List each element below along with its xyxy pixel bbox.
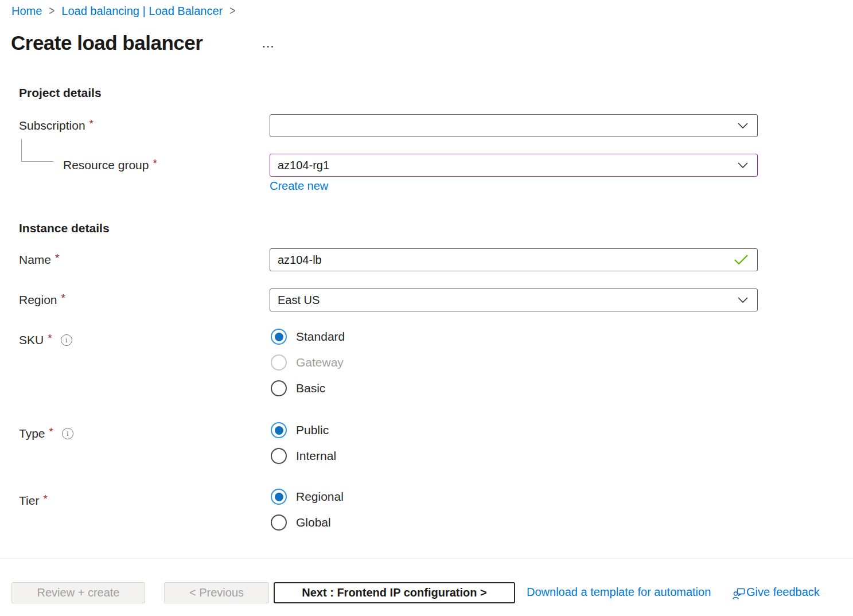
required-asterisk: *	[61, 287, 65, 310]
type-radio-group: Public Internal	[271, 422, 336, 464]
type-label: Type * i	[19, 422, 834, 441]
chevron-down-icon	[737, 122, 749, 129]
name-row: Name *	[19, 248, 834, 271]
required-asterisk: *	[153, 152, 157, 175]
section-heading-project-details: Project details	[19, 86, 102, 100]
chevron-down-icon	[737, 297, 749, 303]
valid-check-icon	[734, 254, 749, 266]
section-heading-instance-details: Instance details	[19, 221, 110, 235]
sku-row: SKU * i Standard Gateway Basic	[19, 329, 834, 348]
chevron-right-icon: >	[228, 4, 236, 18]
sku-option-gateway: Gateway	[271, 354, 345, 371]
region-row: Region * East US	[19, 288, 834, 311]
radio-unselected-icon	[271, 514, 287, 531]
region-dropdown[interactable]: East US	[270, 288, 758, 311]
required-asterisk: *	[55, 247, 59, 270]
give-feedback-icon	[733, 587, 745, 602]
resource-group-dropdown[interactable]: az104-rg1	[270, 154, 758, 177]
chevron-right-icon: >	[48, 4, 56, 18]
resource-group-value: az104-rg1	[278, 159, 329, 172]
required-asterisk: *	[43, 492, 47, 506]
breadcrumb-load-balancing[interactable]: Load balancing | Load Balancer	[61, 5, 223, 18]
sku-radio-group: Standard Gateway Basic	[271, 329, 345, 396]
tier-label: Tier *	[19, 489, 834, 508]
sku-label: SKU * i	[19, 329, 834, 348]
radio-unselected-icon	[271, 380, 287, 396]
resource-group-row: Resource group * az104-rg1	[19, 154, 834, 177]
region-value: East US	[278, 294, 320, 307]
breadcrumb-home[interactable]: Home	[11, 5, 42, 18]
previous-button[interactable]: < Previous	[164, 582, 269, 603]
download-template-link[interactable]: Download a template for automation	[527, 586, 711, 599]
chevron-down-icon	[737, 162, 749, 169]
type-option-internal[interactable]: Internal	[271, 448, 336, 464]
name-field-wrapper	[270, 248, 758, 271]
type-option-public[interactable]: Public	[271, 422, 336, 438]
name-input[interactable]	[278, 254, 732, 267]
radio-selected-icon	[271, 329, 287, 345]
review-create-button[interactable]: Review + create	[11, 582, 145, 603]
subscription-dropdown[interactable]	[270, 114, 758, 137]
info-icon[interactable]: i	[62, 428, 73, 439]
more-options-icon[interactable]: ⋯	[257, 38, 280, 55]
page-title: Create load balancer	[11, 32, 202, 54]
info-icon[interactable]: i	[61, 334, 72, 346]
radio-selected-icon	[271, 489, 287, 505]
next-frontend-ip-button[interactable]: Next : Frontend IP configuration >	[274, 582, 515, 603]
create-new-link[interactable]: Create new	[270, 180, 328, 193]
subscription-row: Subscription *	[19, 114, 834, 137]
required-asterisk: *	[48, 331, 52, 346]
radio-unselected-icon	[271, 448, 287, 464]
breadcrumb: Home > Load balancing | Load Balancer >	[11, 5, 236, 18]
type-row: Type * i Public Internal	[19, 422, 834, 441]
required-asterisk: *	[49, 424, 53, 439]
give-feedback-link[interactable]: Give feedback	[746, 586, 820, 599]
required-asterisk: *	[89, 112, 94, 135]
tier-option-global[interactable]: Global	[271, 514, 344, 531]
sku-option-standard[interactable]: Standard	[271, 329, 345, 345]
tier-row: Tier * Regional Global	[19, 489, 834, 508]
sku-option-basic[interactable]: Basic	[271, 380, 345, 396]
radio-disabled-icon	[271, 354, 287, 371]
radio-selected-icon	[271, 422, 287, 438]
tier-radio-group: Regional Global	[271, 489, 344, 531]
tier-option-regional[interactable]: Regional	[271, 489, 344, 505]
footer-divider	[0, 559, 853, 559]
